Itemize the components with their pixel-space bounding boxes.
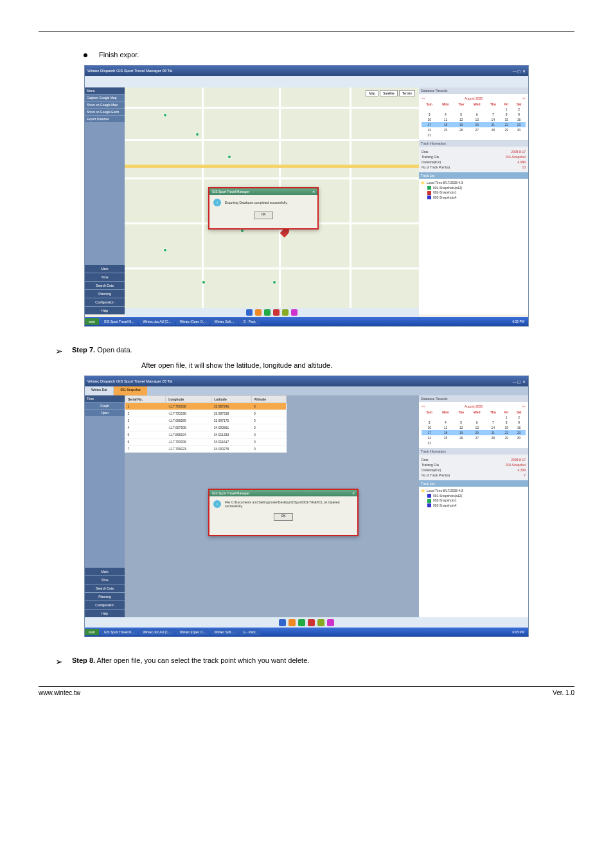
- table-row[interactable]: 3-117.69828933.9971750: [125, 417, 287, 424]
- window-controls[interactable]: — ▢ ✕: [513, 379, 526, 384]
- app-toolbar: [85, 76, 528, 88]
- taskbar-item[interactable]: G - Pack: [239, 629, 259, 635]
- table-row[interactable]: 6-117.70000634.0116170: [125, 439, 287, 446]
- export-complete-dialog: GIS Sport Travel Manager ✕ i Exporting D…: [208, 187, 319, 230]
- nav-item[interactable]: Planning: [85, 593, 125, 601]
- records-header: Database Records: [419, 87, 528, 94]
- bullet-icon: [84, 53, 87, 57]
- tracklist-item[interactable]: 002-Snapshots1: [427, 498, 526, 503]
- nav-item[interactable]: Capture Google Map: [85, 95, 125, 101]
- windows-taskbar[interactable]: start GIS Sport Travel M...Wintec doc AU…: [85, 628, 528, 637]
- nav-item[interactable]: Export Databas: [85, 116, 125, 122]
- tab-wintec[interactable]: Wintec Dat: [85, 386, 113, 395]
- tracklist-header: Track List: [419, 480, 528, 487]
- dialog-close-icon[interactable]: ✕: [352, 491, 355, 495]
- taskbar-item[interactable]: Wintec Soft…: [211, 629, 238, 635]
- taskbar-item[interactable]: Wintec Soft…: [211, 318, 238, 325]
- nav-item[interactable]: Open: [85, 410, 125, 416]
- start-button[interactable]: start: [85, 629, 99, 635]
- table-row[interactable]: 7-117.70602334.0002780: [125, 446, 287, 453]
- map-btn-map[interactable]: Map: [366, 90, 378, 96]
- nav-item[interactable]: Main: [85, 265, 125, 273]
- app-bottom-toolbar[interactable]: [85, 617, 528, 628]
- nav-item[interactable]: Planning: [85, 290, 125, 298]
- nav-item[interactable]: Time: [85, 273, 125, 281]
- dialog-title: GIS Sport Travel Manager: [212, 491, 249, 495]
- taskbar-item[interactable]: GIS Sport Travel M...: [100, 629, 138, 635]
- tracklist-header: Track List: [419, 172, 528, 179]
- taskbar-item[interactable]: Wintec doc AU [C...: [139, 629, 174, 635]
- tracklist-item[interactable]: 001-Snapshots(a12): [427, 494, 526, 499]
- screenshot-open-data: Wintec Dispatch GIS Sport Travel Manager…: [84, 375, 529, 637]
- nav-item[interactable]: Help: [85, 307, 125, 314]
- cal-prev[interactable]: <<: [422, 96, 425, 100]
- window-titlebar: Wintec Dispatch GIS Sport Travel Manager…: [85, 66, 528, 76]
- dialog-title: GIS Sport Travel Manager: [212, 190, 249, 194]
- windows-taskbar[interactable]: start GIS Sport Travel M...Wintec doc AU…: [85, 317, 528, 326]
- window-controls[interactable]: — ▢ ✕: [513, 69, 526, 73]
- cal-next[interactable]: >>: [522, 404, 526, 408]
- map-canvas[interactable]: Map Satellite Terrain GIS Sport Travel M…: [125, 87, 419, 314]
- map-btn-sat[interactable]: Satellite: [380, 90, 398, 96]
- taskbar-item[interactable]: Wintec (Open O...: [176, 318, 209, 325]
- nav-item[interactable]: Main: [85, 568, 125, 575]
- right-panel: Database Records << August 2008 >> SunMo…: [419, 395, 528, 617]
- taskbar-item[interactable]: G - Pack: [239, 318, 259, 325]
- calendar[interactable]: << August 2008 >> SunMonTueWedThuFriSat1…: [419, 94, 528, 140]
- left-nav: Time GraphOpen MainTimeSearch DataPlanni…: [85, 395, 125, 617]
- nav-item[interactable]: Show on Google Map: [85, 102, 125, 108]
- table-row[interactable]: 1-117.70693832.9872460: [125, 403, 287, 410]
- tracklist-item[interactable]: 003-Snapshots4: [427, 503, 526, 509]
- nav-item[interactable]: Graph: [85, 402, 125, 409]
- tracklist-item[interactable]: 003-Snapshots4: [427, 195, 526, 201]
- dialog-close-icon[interactable]: ✕: [312, 190, 315, 194]
- tab-row[interactable]: Wintec Dat 001-Snapshot: [85, 386, 528, 395]
- nav-item[interactable]: Search Data: [85, 282, 125, 289]
- bullet-text: Finish expor.: [99, 51, 139, 59]
- tracklist-item[interactable]: 001-Snapshots(a12): [427, 186, 526, 191]
- dialog-message: Exporting Database completed successfull…: [225, 201, 288, 204]
- nav-item[interactable]: Show on Google Earth: [85, 109, 125, 115]
- cal-prev[interactable]: <<: [422, 404, 425, 408]
- left-nav: Menu Capture Google MapShow on Google Ma…: [85, 87, 125, 314]
- info-icon: i: [213, 500, 221, 508]
- step-label: Step 7.: [72, 346, 95, 354]
- screenshot-export-complete: Wintec Dispatch GIS Sport Travel Manager…: [84, 65, 529, 327]
- footer-right: Ver. 1.0: [553, 689, 574, 696]
- dialog-message: File C:\Documents and Settings\user\Desk…: [225, 500, 353, 508]
- taskbar-item[interactable]: Wintec doc AU [C...: [139, 318, 174, 325]
- app-bottom-toolbar[interactable]: [125, 308, 419, 317]
- dialog-ok-button[interactable]: OK: [274, 513, 293, 521]
- right-panel: Database Records << August 2008 >> SunMo…: [419, 87, 528, 314]
- track-info-header: Track Information: [419, 140, 528, 147]
- nav-item[interactable]: Search Data: [85, 584, 125, 592]
- nav-item[interactable]: Configuration: [85, 601, 125, 609]
- track-list[interactable]: 📁 Local Time-8/17/2008 4:3 001-Snapshots…: [419, 179, 528, 314]
- cal-next[interactable]: >>: [522, 96, 526, 100]
- track-list[interactable]: 📁 Local Time-8/17/2008 4:3 001-Snapshots…: [419, 487, 528, 617]
- start-button[interactable]: start: [85, 318, 99, 325]
- tab-snapshot[interactable]: 001-Snapshot: [114, 386, 147, 395]
- window-title: Wintec Dispatch GIS Sport Travel Manager…: [87, 379, 172, 383]
- map-type-buttons[interactable]: Map Satellite Terrain: [366, 90, 415, 96]
- tracklist-item[interactable]: 002-Snapshots1: [427, 190, 526, 195]
- arrow-icon: ➢: [55, 656, 63, 667]
- nav-item[interactable]: Time: [85, 576, 125, 584]
- dialog-ok-button[interactable]: OK: [254, 212, 273, 219]
- data-table[interactable]: Serial No.LongitudeLatitudeAltitude1-117…: [125, 395, 287, 453]
- table-row[interactable]: 4-117.69750834.0008610: [125, 424, 287, 431]
- system-tray: 6:02 PM: [508, 318, 528, 325]
- step-subtext: After open file, it will show the latitu…: [141, 361, 574, 369]
- calendar[interactable]: << August 2008 >> SunMonTueWedThuFriSat1…: [419, 402, 528, 448]
- nav-item[interactable]: Configuration: [85, 298, 125, 306]
- leftnav-header: Time: [85, 395, 125, 402]
- taskbar-item[interactable]: Wintec (Open O...: [176, 629, 209, 635]
- footer-left: www.wintec.tw: [39, 689, 80, 696]
- step-label: Step 8.: [72, 656, 95, 664]
- taskbar-item[interactable]: GIS Sport Travel M...: [100, 318, 138, 325]
- table-row[interactable]: 2-117.72319832.9873180: [125, 410, 287, 417]
- map-btn-terrain[interactable]: Terrain: [399, 90, 415, 96]
- nav-item[interactable]: Help: [85, 610, 125, 617]
- arrow-icon: ➢: [55, 346, 63, 356]
- table-row[interactable]: 5-117.89819434.0113330: [125, 431, 287, 439]
